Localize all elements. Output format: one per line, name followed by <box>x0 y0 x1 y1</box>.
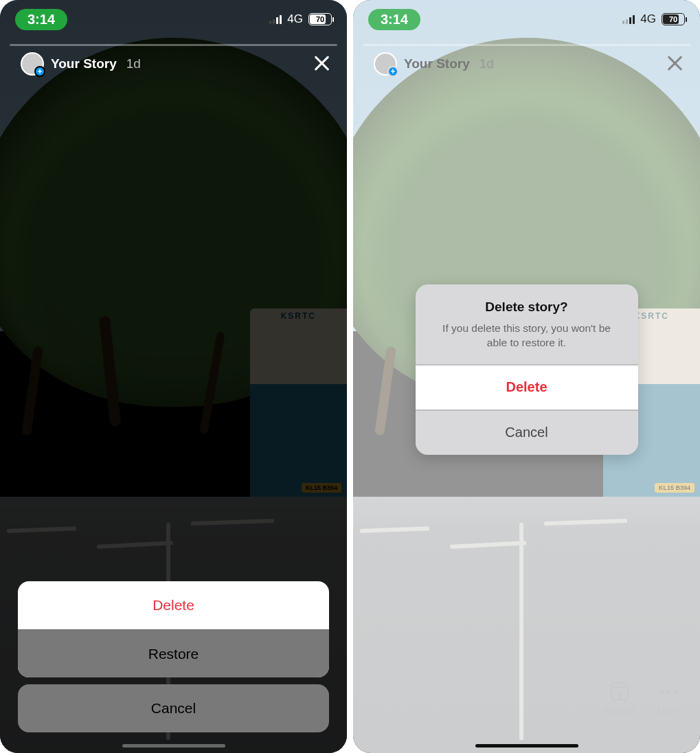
story-owner-label: Your Story <box>404 56 470 71</box>
cancel-button[interactable]: Cancel <box>18 684 329 732</box>
home-indicator[interactable] <box>122 744 225 748</box>
status-bar: 3:14 4G 70 <box>353 0 700 38</box>
create-label: Create <box>605 706 634 717</box>
alert-title: Delete story? <box>435 300 619 315</box>
delete-button[interactable]: Delete <box>18 581 329 629</box>
story-header[interactable]: + Your Story 1d <box>374 52 494 76</box>
action-sheet: Delete Restore Cancel <box>18 581 329 732</box>
time-pill: 3:14 <box>368 9 420 30</box>
add-story-plus-icon: + <box>387 66 398 77</box>
create-button[interactable]: Create <box>605 681 634 717</box>
story-age: 1d <box>479 56 494 71</box>
delete-confirmation-alert: Delete story? If you delete this story, … <box>416 284 638 455</box>
more-icon <box>660 690 677 693</box>
avatar: + <box>374 52 397 76</box>
network-label: 4G <box>640 12 656 26</box>
close-icon[interactable] <box>664 54 685 74</box>
battery-icon: 70 <box>308 13 332 25</box>
story-bottom-bar: Create More <box>353 657 700 753</box>
story-header[interactable]: + Your Story 1d <box>21 52 141 76</box>
confirm-delete-button[interactable]: Delete <box>416 364 638 409</box>
restore-button[interactable]: Restore <box>18 629 329 677</box>
avatar: + <box>21 52 44 76</box>
add-story-plus-icon: + <box>34 66 45 77</box>
more-label: More <box>657 706 679 717</box>
close-icon[interactable] <box>311 54 332 74</box>
screenshot-right: KSRTC KL15 B394 3:14 4G 70 + Your Story … <box>353 0 700 753</box>
status-bar: 3:14 4G 70 <box>0 0 347 38</box>
cancel-button[interactable]: Cancel <box>416 409 638 455</box>
alert-message: If you delete this story, you won't be a… <box>435 322 619 350</box>
signal-icon <box>269 14 282 24</box>
story-age: 1d <box>126 56 141 71</box>
reel-icon <box>611 682 629 700</box>
battery-icon: 70 <box>662 13 685 25</box>
story-owner-label: Your Story <box>51 56 117 71</box>
more-button[interactable]: More <box>657 681 679 717</box>
time-pill: 3:14 <box>15 9 67 30</box>
screenshot-left: KSRTC KL15 B394 3:14 4G 70 + Your Story … <box>0 0 347 753</box>
story-progress-bar <box>363 44 690 46</box>
network-label: 4G <box>287 12 303 26</box>
signal-icon <box>622 14 635 24</box>
home-indicator[interactable] <box>475 744 578 748</box>
story-progress-bar <box>10 44 337 46</box>
